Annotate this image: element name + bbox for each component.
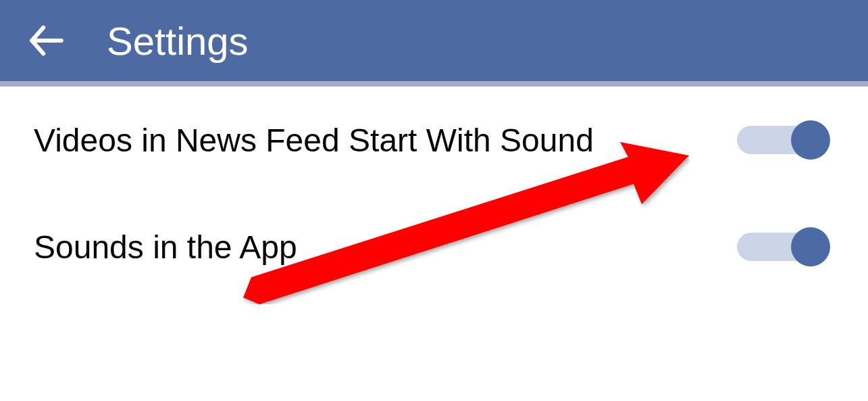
setting-label: Videos in News Feed Start With Sound [34,122,594,159]
setting-row-videos-sound[interactable]: Videos in News Feed Start With Sound [0,87,868,193]
setting-label: Sounds in the App [34,229,297,266]
toggle-sounds-in-app[interactable] [737,227,830,266]
settings-list: Videos in News Feed Start With Sound Sou… [0,87,868,300]
toggle-knob [791,120,830,160]
toggle-knob [791,227,830,266]
app-header: Settings [0,0,868,87]
arrow-left-icon [27,21,66,60]
setting-row-sounds-in-app[interactable]: Sounds in the App [0,193,868,300]
page-title: Settings [107,18,249,64]
toggle-videos-sound[interactable] [737,120,830,160]
back-button[interactable] [27,21,66,60]
